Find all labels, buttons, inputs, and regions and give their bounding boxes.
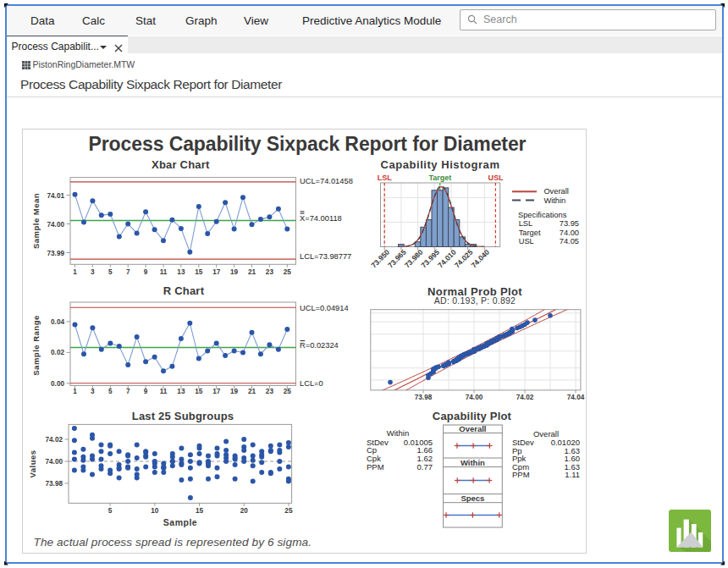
svg-text:Values: Values — [28, 449, 37, 477]
svg-text:PPM: PPM — [512, 470, 530, 479]
svg-text:The actual process spread is r: The actual process spread is represented… — [34, 536, 312, 549]
svg-text:1: 1 — [73, 388, 77, 395]
svg-text:5: 5 — [108, 388, 113, 395]
svg-text:17: 17 — [212, 268, 221, 276]
svg-text:10: 10 — [151, 507, 159, 515]
svg-text:USL: USL — [488, 174, 504, 182]
svg-text:1.11: 1.11 — [565, 470, 580, 479]
svg-text:73.98: 73.98 — [46, 480, 63, 488]
svg-text:X=74.00118: X=74.00118 — [300, 214, 342, 223]
svg-text:74.00: 74.00 — [466, 394, 483, 401]
svg-text:74.02: 74.02 — [516, 394, 534, 401]
svg-text:15: 15 — [195, 388, 203, 395]
svg-text:25: 25 — [284, 388, 292, 395]
svg-text:Within: Within — [543, 196, 565, 205]
svg-text:R=0.02324: R=0.02324 — [300, 341, 339, 350]
svg-text:LCL=73.98777: LCL=73.98777 — [300, 252, 351, 261]
svg-text:73.98: 73.98 — [415, 394, 433, 401]
svg-text:Overall: Overall — [459, 424, 486, 433]
svg-text:74.05: 74.05 — [560, 237, 579, 245]
svg-text:21: 21 — [248, 388, 256, 395]
svg-text:Within: Within — [461, 458, 485, 467]
svg-text:74.01: 74.01 — [47, 192, 65, 200]
svg-text:73.95: 73.95 — [560, 219, 579, 228]
svg-text:Capability Histogram: Capability Histogram — [380, 158, 499, 171]
svg-text:19: 19 — [230, 388, 239, 395]
svg-text:17: 17 — [212, 388, 221, 395]
svg-text:Last 25 Subgroups: Last 25 Subgroups — [132, 410, 234, 422]
svg-text:0.02: 0.02 — [51, 349, 64, 356]
svg-text:Xbar Chart: Xbar Chart — [152, 158, 210, 171]
svg-text:15: 15 — [195, 268, 203, 276]
svg-text:74.040: 74.040 — [469, 248, 491, 270]
svg-text:25: 25 — [284, 268, 292, 276]
svg-text:Capability Plot: Capability Plot — [433, 410, 512, 422]
svg-text:23: 23 — [266, 268, 274, 276]
svg-text:74.04: 74.04 — [567, 394, 585, 401]
svg-text:Target: Target — [428, 174, 451, 182]
svg-text:20: 20 — [240, 507, 249, 515]
svg-text:13: 13 — [177, 268, 185, 276]
svg-text:74.00: 74.00 — [47, 221, 65, 229]
svg-text:23: 23 — [266, 388, 274, 395]
svg-text:R Chart: R Chart — [163, 284, 205, 297]
svg-text:11: 11 — [160, 268, 168, 276]
svg-text:7: 7 — [126, 388, 130, 395]
svg-text:7: 7 — [126, 268, 130, 276]
svg-text:Specs: Specs — [461, 494, 484, 503]
svg-text:73.99: 73.99 — [47, 250, 65, 257]
svg-text:0.00: 0.00 — [51, 380, 64, 388]
svg-text:74.02: 74.02 — [46, 436, 63, 444]
svg-text:UCL=74.01458: UCL=74.01458 — [300, 177, 353, 185]
svg-text:3: 3 — [91, 268, 95, 276]
svg-text:1: 1 — [73, 268, 77, 276]
svg-text:Sample: Sample — [163, 517, 197, 527]
svg-text:AD: 0.193, P: 0.892: AD: 0.193, P: 0.892 — [434, 295, 516, 306]
svg-text:0.04: 0.04 — [51, 318, 64, 326]
svg-text:11: 11 — [160, 388, 168, 395]
svg-text:Sample Mean: Sample Mean — [31, 193, 41, 249]
svg-text:19: 19 — [230, 268, 239, 276]
svg-text:25: 25 — [284, 507, 293, 515]
svg-text:13: 13 — [177, 388, 185, 395]
svg-text:5: 5 — [108, 268, 113, 276]
svg-text:UCL=0.04914: UCL=0.04914 — [300, 304, 349, 312]
svg-text:74.00: 74.00 — [46, 458, 63, 466]
svg-text:PPM: PPM — [367, 462, 384, 471]
svg-text:21: 21 — [248, 268, 256, 276]
svg-text:Within: Within — [387, 428, 409, 438]
svg-text:Target: Target — [519, 229, 541, 237]
svg-text:LCL=0: LCL=0 — [300, 379, 323, 388]
svg-text:74.00: 74.00 — [560, 229, 579, 237]
svg-text:Specifications: Specifications — [518, 211, 567, 219]
svg-text:LSL: LSL — [378, 174, 393, 182]
svg-text:3: 3 — [91, 388, 95, 395]
svg-text:9: 9 — [144, 388, 148, 395]
svg-text:15: 15 — [196, 507, 204, 515]
svg-text:9: 9 — [144, 268, 148, 276]
svg-text:Process Capability Sixpack Rep: Process Capability Sixpack Report for Di… — [89, 133, 527, 155]
svg-text:Overall: Overall — [543, 187, 568, 196]
svg-text:LSL: LSL — [519, 219, 533, 228]
svg-text:0.77: 0.77 — [417, 462, 433, 471]
svg-text:5: 5 — [108, 507, 113, 515]
svg-text:Sample Range: Sample Range — [31, 315, 41, 375]
svg-text:USL: USL — [519, 237, 534, 245]
